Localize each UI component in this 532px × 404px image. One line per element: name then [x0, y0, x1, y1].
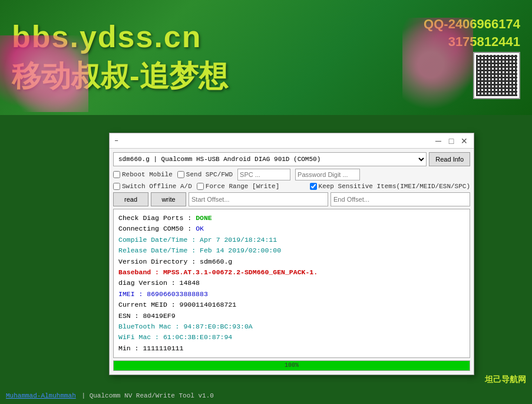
qr-code	[473, 52, 520, 99]
log-line-10: ESN : 80419EF9	[118, 311, 465, 321]
footer-appname: | Qualcomm NV Read/Write Tool v1.0	[81, 392, 213, 399]
main-dialog: – ─ □ ✕ sdm660.g | Qualcomm HS-USB Andro…	[109, 133, 474, 375]
log-line-7: diag Version : 14848	[118, 278, 465, 288]
read-info-button[interactable]: Read Info	[429, 152, 470, 166]
keep-sensitive-checkbox[interactable]	[310, 183, 317, 190]
switch-offline-checkbox[interactable]	[113, 183, 120, 190]
switch-offline-text: Switch Offline A/D	[122, 183, 192, 190]
progress-label: 100%	[114, 362, 470, 369]
qr-pattern	[476, 55, 517, 96]
read-button[interactable]: read	[113, 192, 148, 206]
force-range-checkbox[interactable]	[197, 183, 204, 190]
write-button[interactable]: write	[151, 192, 186, 206]
dialog-titlebar: – ─ □ ✕	[110, 133, 474, 149]
progress-container: 100%	[113, 360, 470, 371]
force-range-text: Force Range [Write]	[206, 183, 279, 190]
device-row: sdm660.g | Qualcomm HS-USB Android DIAG …	[113, 152, 470, 166]
log-line-6: Baseband : MPSS.AT.3.1-00672.2-SDM660_GE…	[118, 267, 465, 278]
banner: bbs.ydss.cn 移动叔叔-追梦想 QQ-2406966174 31758…	[0, 0, 532, 115]
keep-sensitive-text: Keep Sensitive Items(IMEI/MEID/ESN/SPC)	[319, 183, 470, 190]
log-line-3: Compile Date/Time : Apr 7 2019/18:24:11	[118, 235, 465, 245]
options-row1: Reboot Mobile Send SPC/FWD	[113, 169, 470, 180]
log-line-4: Release Date/Time : Feb 14 2019/02:00:00	[118, 245, 465, 256]
log-line-9: Current MEID : 99001140168721	[118, 300, 465, 310]
footer-info: Muhammad-Almuhmmah | Qualcomm NV Read/Wr…	[6, 390, 214, 400]
send-spc-label[interactable]: Send SPC/FWD	[177, 171, 233, 178]
titlebar-controls: ─ □ ✕	[434, 136, 469, 146]
dialog-body: sdm660.g | Qualcomm HS-USB Android DIAG …	[110, 149, 474, 375]
footer-link[interactable]: Muhammad-Almuhmmah	[6, 392, 76, 399]
device-dropdown[interactable]: sdm660.g | Qualcomm HS-USB Android DIAG …	[113, 152, 427, 166]
bottom-strip: Muhammad-Almuhmmah | Qualcomm NV Read/Wr…	[0, 386, 532, 404]
action-row: read write	[113, 192, 470, 206]
password-input[interactable]	[295, 169, 360, 180]
send-spc-text: Send SPC/FWD	[186, 171, 233, 178]
reboot-mobile-text: Reboot Mobile	[122, 171, 173, 178]
end-offset-input[interactable]	[331, 192, 470, 206]
dialog-title: –	[114, 137, 118, 145]
force-range-label[interactable]: Force Range [Write]	[197, 183, 279, 190]
minimize-button[interactable]: ─	[434, 136, 443, 146]
options-row2: Switch Offline A/D Force Range [Write] K…	[113, 183, 470, 190]
log-line-1: Check Diag Ports : DONE	[118, 213, 465, 224]
switch-offline-label[interactable]: Switch Offline A/D	[113, 183, 192, 190]
flowers-decoration-left	[0, 35, 88, 112]
keep-sensitive-label[interactable]: Keep Sensitive Items(IMEI/MEID/ESN/SPC)	[310, 183, 470, 190]
send-spc-checkbox[interactable]	[177, 171, 184, 178]
log-line-8: IMEI : 869066033888883	[118, 289, 465, 300]
watermark-text: 坦己导航网	[485, 375, 526, 385]
flowers-decoration-right	[402, 18, 473, 112]
log-line-13: Min : 1111110111	[118, 343, 465, 354]
log-area: Check Diag Ports : DONE Connecting COM50…	[113, 209, 470, 358]
maximize-button[interactable]: □	[447, 136, 456, 146]
start-offset-input[interactable]	[189, 192, 328, 206]
spc-input[interactable]	[237, 169, 290, 180]
reboot-mobile-checkbox[interactable]	[113, 171, 120, 178]
log-line-12: WiFi Mac : 61:0C:3B:E0:87:94	[118, 332, 465, 343]
log-line-11: BlueTooth Mac : 94:87:E0:BC:93:0A	[118, 321, 465, 332]
log-line-2: Connecting COM50 : OK	[118, 224, 465, 234]
reboot-mobile-label[interactable]: Reboot Mobile	[113, 171, 173, 178]
close-button[interactable]: ✕	[460, 136, 469, 146]
log-line-5: Version Directory : sdm660.g	[118, 257, 465, 267]
